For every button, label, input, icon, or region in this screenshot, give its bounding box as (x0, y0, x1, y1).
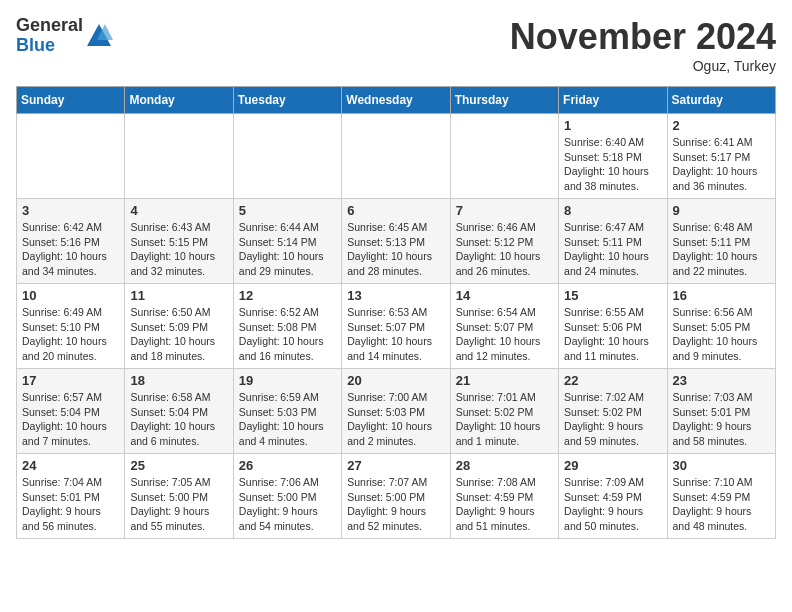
table-row: 6Sunrise: 6:45 AM Sunset: 5:13 PM Daylig… (342, 199, 450, 284)
table-row (17, 114, 125, 199)
header-row: Sunday Monday Tuesday Wednesday Thursday… (17, 87, 776, 114)
day-number: 29 (564, 458, 661, 473)
logo-blue: Blue (16, 36, 83, 56)
calendar-row: 1Sunrise: 6:40 AM Sunset: 5:18 PM Daylig… (17, 114, 776, 199)
table-row: 9Sunrise: 6:48 AM Sunset: 5:11 PM Daylig… (667, 199, 775, 284)
col-friday: Friday (559, 87, 667, 114)
logo-icon (85, 22, 113, 50)
table-row: 26Sunrise: 7:06 AM Sunset: 5:00 PM Dayli… (233, 454, 341, 539)
day-number: 2 (673, 118, 770, 133)
day-info: Sunrise: 7:04 AM Sunset: 5:01 PM Dayligh… (22, 475, 119, 534)
day-number: 9 (673, 203, 770, 218)
col-tuesday: Tuesday (233, 87, 341, 114)
table-row (450, 114, 558, 199)
day-number: 17 (22, 373, 119, 388)
table-row: 4Sunrise: 6:43 AM Sunset: 5:15 PM Daylig… (125, 199, 233, 284)
table-row: 14Sunrise: 6:54 AM Sunset: 5:07 PM Dayli… (450, 284, 558, 369)
table-row: 21Sunrise: 7:01 AM Sunset: 5:02 PM Dayli… (450, 369, 558, 454)
day-number: 6 (347, 203, 444, 218)
day-number: 4 (130, 203, 227, 218)
day-info: Sunrise: 7:05 AM Sunset: 5:00 PM Dayligh… (130, 475, 227, 534)
day-info: Sunrise: 6:58 AM Sunset: 5:04 PM Dayligh… (130, 390, 227, 449)
logo-general: General (16, 16, 83, 36)
day-number: 25 (130, 458, 227, 473)
table-row: 22Sunrise: 7:02 AM Sunset: 5:02 PM Dayli… (559, 369, 667, 454)
table-row: 24Sunrise: 7:04 AM Sunset: 5:01 PM Dayli… (17, 454, 125, 539)
day-number: 26 (239, 458, 336, 473)
day-number: 21 (456, 373, 553, 388)
table-row: 8Sunrise: 6:47 AM Sunset: 5:11 PM Daylig… (559, 199, 667, 284)
table-row: 5Sunrise: 6:44 AM Sunset: 5:14 PM Daylig… (233, 199, 341, 284)
day-info: Sunrise: 7:00 AM Sunset: 5:03 PM Dayligh… (347, 390, 444, 449)
day-info: Sunrise: 6:43 AM Sunset: 5:15 PM Dayligh… (130, 220, 227, 279)
day-info: Sunrise: 7:08 AM Sunset: 4:59 PM Dayligh… (456, 475, 553, 534)
table-row (125, 114, 233, 199)
day-number: 14 (456, 288, 553, 303)
table-row: 25Sunrise: 7:05 AM Sunset: 5:00 PM Dayli… (125, 454, 233, 539)
day-info: Sunrise: 7:09 AM Sunset: 4:59 PM Dayligh… (564, 475, 661, 534)
day-info: Sunrise: 6:55 AM Sunset: 5:06 PM Dayligh… (564, 305, 661, 364)
day-info: Sunrise: 6:45 AM Sunset: 5:13 PM Dayligh… (347, 220, 444, 279)
table-row: 30Sunrise: 7:10 AM Sunset: 4:59 PM Dayli… (667, 454, 775, 539)
day-number: 22 (564, 373, 661, 388)
day-info: Sunrise: 7:03 AM Sunset: 5:01 PM Dayligh… (673, 390, 770, 449)
day-info: Sunrise: 6:42 AM Sunset: 5:16 PM Dayligh… (22, 220, 119, 279)
day-info: Sunrise: 6:56 AM Sunset: 5:05 PM Dayligh… (673, 305, 770, 364)
day-number: 11 (130, 288, 227, 303)
day-number: 16 (673, 288, 770, 303)
day-number: 1 (564, 118, 661, 133)
table-row: 3Sunrise: 6:42 AM Sunset: 5:16 PM Daylig… (17, 199, 125, 284)
page-header: General Blue November 2024 Oguz, Turkey (16, 16, 776, 74)
location: Oguz, Turkey (510, 58, 776, 74)
day-number: 5 (239, 203, 336, 218)
table-row: 29Sunrise: 7:09 AM Sunset: 4:59 PM Dayli… (559, 454, 667, 539)
day-number: 28 (456, 458, 553, 473)
calendar-table: Sunday Monday Tuesday Wednesday Thursday… (16, 86, 776, 539)
table-row (233, 114, 341, 199)
day-number: 30 (673, 458, 770, 473)
day-number: 12 (239, 288, 336, 303)
table-row: 13Sunrise: 6:53 AM Sunset: 5:07 PM Dayli… (342, 284, 450, 369)
day-info: Sunrise: 6:40 AM Sunset: 5:18 PM Dayligh… (564, 135, 661, 194)
table-row: 1Sunrise: 6:40 AM Sunset: 5:18 PM Daylig… (559, 114, 667, 199)
table-row: 19Sunrise: 6:59 AM Sunset: 5:03 PM Dayli… (233, 369, 341, 454)
table-row: 27Sunrise: 7:07 AM Sunset: 5:00 PM Dayli… (342, 454, 450, 539)
table-row: 10Sunrise: 6:49 AM Sunset: 5:10 PM Dayli… (17, 284, 125, 369)
day-info: Sunrise: 6:50 AM Sunset: 5:09 PM Dayligh… (130, 305, 227, 364)
day-number: 3 (22, 203, 119, 218)
table-row: 18Sunrise: 6:58 AM Sunset: 5:04 PM Dayli… (125, 369, 233, 454)
day-number: 24 (22, 458, 119, 473)
day-info: Sunrise: 6:47 AM Sunset: 5:11 PM Dayligh… (564, 220, 661, 279)
day-number: 13 (347, 288, 444, 303)
day-number: 23 (673, 373, 770, 388)
day-info: Sunrise: 6:44 AM Sunset: 5:14 PM Dayligh… (239, 220, 336, 279)
calendar-row: 17Sunrise: 6:57 AM Sunset: 5:04 PM Dayli… (17, 369, 776, 454)
month-title: November 2024 (510, 16, 776, 58)
day-info: Sunrise: 6:57 AM Sunset: 5:04 PM Dayligh… (22, 390, 119, 449)
day-info: Sunrise: 6:49 AM Sunset: 5:10 PM Dayligh… (22, 305, 119, 364)
col-wednesday: Wednesday (342, 87, 450, 114)
table-row: 2Sunrise: 6:41 AM Sunset: 5:17 PM Daylig… (667, 114, 775, 199)
day-info: Sunrise: 7:07 AM Sunset: 5:00 PM Dayligh… (347, 475, 444, 534)
table-row (342, 114, 450, 199)
day-number: 10 (22, 288, 119, 303)
table-row: 11Sunrise: 6:50 AM Sunset: 5:09 PM Dayli… (125, 284, 233, 369)
table-row: 15Sunrise: 6:55 AM Sunset: 5:06 PM Dayli… (559, 284, 667, 369)
table-row: 20Sunrise: 7:00 AM Sunset: 5:03 PM Dayli… (342, 369, 450, 454)
col-monday: Monday (125, 87, 233, 114)
day-info: Sunrise: 6:53 AM Sunset: 5:07 PM Dayligh… (347, 305, 444, 364)
calendar-row: 3Sunrise: 6:42 AM Sunset: 5:16 PM Daylig… (17, 199, 776, 284)
day-info: Sunrise: 6:52 AM Sunset: 5:08 PM Dayligh… (239, 305, 336, 364)
logo: General Blue (16, 16, 113, 56)
table-row: 7Sunrise: 6:46 AM Sunset: 5:12 PM Daylig… (450, 199, 558, 284)
table-row: 23Sunrise: 7:03 AM Sunset: 5:01 PM Dayli… (667, 369, 775, 454)
day-info: Sunrise: 6:59 AM Sunset: 5:03 PM Dayligh… (239, 390, 336, 449)
day-info: Sunrise: 7:06 AM Sunset: 5:00 PM Dayligh… (239, 475, 336, 534)
day-number: 27 (347, 458, 444, 473)
day-info: Sunrise: 7:02 AM Sunset: 5:02 PM Dayligh… (564, 390, 661, 449)
table-row: 28Sunrise: 7:08 AM Sunset: 4:59 PM Dayli… (450, 454, 558, 539)
day-info: Sunrise: 6:48 AM Sunset: 5:11 PM Dayligh… (673, 220, 770, 279)
calendar-row: 24Sunrise: 7:04 AM Sunset: 5:01 PM Dayli… (17, 454, 776, 539)
day-number: 20 (347, 373, 444, 388)
day-number: 8 (564, 203, 661, 218)
